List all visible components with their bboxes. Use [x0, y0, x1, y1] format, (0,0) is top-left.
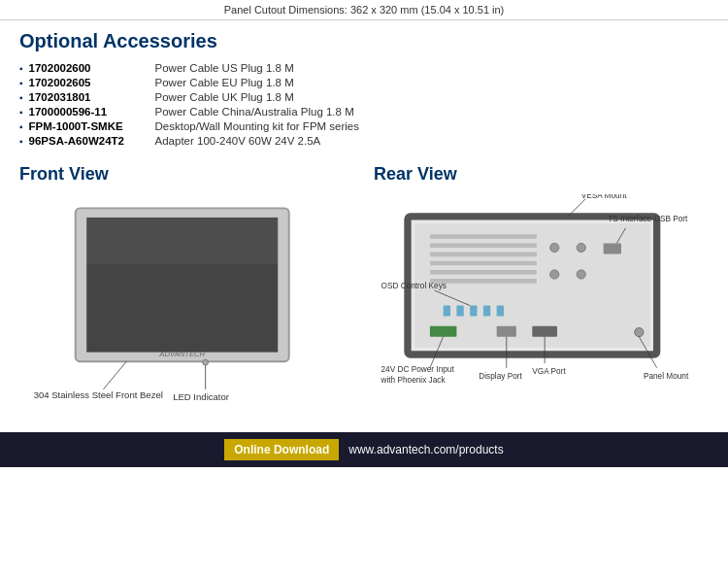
svg-text:OSD Control Keys: OSD Control Keys — [381, 282, 447, 290]
list-item: 1700000596-11 Power Cable China/Australi… — [19, 106, 709, 118]
svg-point-31 — [635, 328, 644, 337]
svg-text:VESA Mount: VESA Mount — [581, 194, 627, 200]
svg-rect-26 — [497, 306, 504, 317]
online-download-label: Online Download — [224, 439, 339, 460]
part-number: 1702002605 — [29, 77, 155, 88]
list-item: 1702002600 Power Cable US Plug 1.8 M — [19, 62, 709, 74]
part-desc: Desktop/Wall Mounting kit for FPM series — [155, 120, 359, 132]
part-desc: Power Cable UK Plug 1.8 M — [155, 91, 294, 103]
svg-text:24V DC Power Input: 24V DC Power Input — [381, 365, 455, 374]
svg-rect-22 — [444, 306, 450, 317]
svg-point-18 — [550, 243, 559, 252]
rear-view-section: Rear View — [364, 164, 709, 408]
svg-text:TS Interface-USB Port: TS Interface-USB Port — [608, 215, 688, 223]
svg-rect-16 — [430, 270, 537, 275]
svg-text:ADVANTECH: ADVANTECH — [158, 350, 205, 358]
svg-rect-28 — [430, 326, 457, 337]
svg-rect-2 — [86, 218, 278, 264]
online-download-url: www.advantech.com/products — [348, 443, 503, 456]
part-desc: Adapter 100-240V 60W 24V 2.5A — [155, 135, 321, 147]
part-desc: Power Cable US Plug 1.8 M — [155, 62, 294, 74]
svg-rect-14 — [430, 253, 537, 257]
svg-text:LED Indicator: LED Indicator — [173, 391, 230, 402]
rear-view-wrapper: VESA Mount OSD Control Keys TS Interface… — [374, 194, 709, 408]
top-banner: Panel Cutout Dimensions: 362 x 320 mm (1… — [0, 0, 728, 20]
list-item: 1702031801 Power Cable UK Plug 1.8 M — [19, 91, 709, 103]
panel-cutout-text: Panel Cutout Dimensions: 362 x 320 mm (1… — [224, 4, 505, 16]
svg-rect-25 — [483, 306, 490, 317]
part-number: 1702002600 — [29, 62, 155, 74]
list-item: 96PSA-A60W24T2 Adapter 100-240V 60W 24V … — [19, 135, 709, 147]
svg-point-20 — [550, 270, 559, 279]
svg-point-19 — [577, 243, 585, 252]
svg-text:Display Port: Display Port — [479, 372, 522, 381]
views-container: Front View ADVANTECH 304 Stainless Steel… — [19, 164, 709, 408]
part-number: FPM-1000T-SMKE — [29, 120, 155, 132]
svg-rect-24 — [470, 306, 477, 317]
svg-point-6 — [203, 359, 209, 365]
svg-line-4 — [103, 361, 126, 389]
list-item: 1702002605 Power Cable EU Plug 1.8 M — [19, 77, 709, 88]
front-view-svg: ADVANTECH 304 Stainless Steel Front Beze… — [19, 194, 354, 408]
front-view-title: Front View — [19, 164, 354, 185]
svg-text:Panel Mount: Panel Mount — [644, 372, 689, 381]
list-item: FPM-1000T-SMKE Desktop/Wall Mounting kit… — [19, 120, 709, 132]
main-content: Optional Accessories 1702002600 Power Ca… — [0, 20, 728, 418]
part-number: 1702031801 — [29, 91, 155, 103]
front-view-section: Front View ADVANTECH 304 Stainless Steel… — [19, 164, 364, 408]
svg-rect-27 — [604, 243, 621, 253]
bottom-bar-inner: Online Download www.advantech.com/produc… — [224, 439, 503, 460]
svg-point-21 — [577, 270, 585, 279]
part-number: 96PSA-A60W24T2 — [29, 135, 155, 147]
svg-text:with Phoenix Jack: with Phoenix Jack — [381, 376, 447, 385]
accessories-title: Optional Accessories — [19, 30, 709, 52]
bottom-bar: Online Download www.advantech.com/produc… — [0, 432, 728, 467]
rear-view-svg: VESA Mount OSD Control Keys TS Interface… — [374, 194, 709, 408]
svg-rect-12 — [430, 234, 537, 239]
svg-rect-15 — [430, 261, 537, 266]
accessories-list: 1702002600 Power Cable US Plug 1.8 M 170… — [19, 62, 709, 147]
part-desc: Power Cable China/Australia Plug 1.8 M — [155, 106, 354, 118]
svg-rect-29 — [497, 326, 516, 337]
svg-rect-13 — [430, 243, 537, 248]
svg-rect-23 — [456, 306, 463, 317]
svg-text:VGA Port: VGA Port — [532, 367, 566, 376]
svg-text:304 Stainless Steel Front Beze: 304 Stainless Steel Front Bezel — [34, 389, 163, 400]
svg-rect-30 — [532, 326, 557, 337]
front-view-wrapper: ADVANTECH 304 Stainless Steel Front Beze… — [19, 194, 354, 408]
part-number: 1700000596-11 — [29, 106, 155, 118]
part-desc: Power Cable EU Plug 1.8 M — [155, 77, 294, 88]
rear-view-title: Rear View — [374, 164, 709, 185]
